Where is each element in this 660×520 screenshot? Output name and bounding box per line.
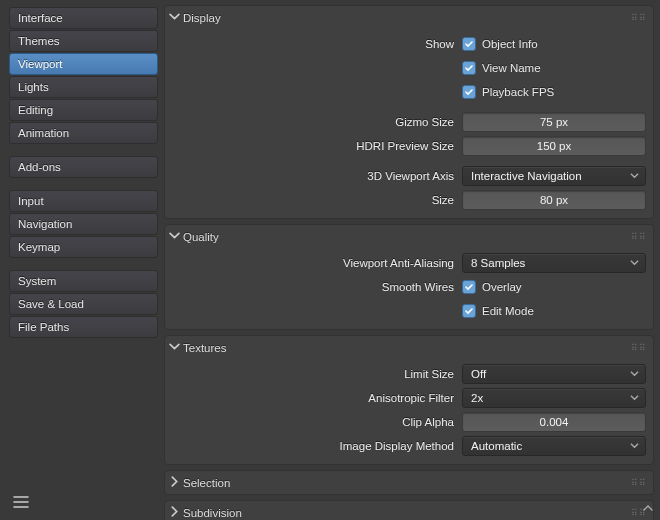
drag-grip-icon[interactable]: ⠿⠿: [631, 480, 647, 486]
size-label: Size: [172, 194, 462, 206]
aa-select[interactable]: 8 Samples: [462, 253, 646, 273]
panel-textures: Textures ⠿⠿ Limit Size Off Anisotropic F…: [164, 335, 654, 465]
nav-editing[interactable]: Editing: [9, 99, 158, 121]
chevron-down-icon: [630, 437, 639, 455]
nav-system[interactable]: System: [9, 270, 158, 292]
panel-header-subdivision[interactable]: Subdivision ⠿⠿: [165, 501, 653, 520]
gizmo-size-label: Gizmo Size: [172, 116, 462, 128]
chevron-right-icon: [169, 506, 180, 519]
drag-grip-icon[interactable]: ⠿⠿: [631, 345, 647, 351]
panel-title: Subdivision: [183, 507, 242, 519]
nav-navigation[interactable]: Navigation: [9, 213, 158, 235]
checkbox-view-name[interactable]: [462, 61, 476, 75]
panel-title: Quality: [183, 231, 219, 243]
nav-group-2: Input Navigation Keymap: [9, 190, 158, 258]
checkbox-label: Overlay: [482, 281, 522, 293]
anisotropic-label: Anisotropic Filter: [172, 392, 462, 404]
nav-lights[interactable]: Lights: [9, 76, 158, 98]
chevron-down-icon: [630, 365, 639, 383]
panel-title: Display: [183, 12, 221, 24]
drag-grip-icon[interactable]: ⠿⠿: [631, 15, 647, 21]
nav-viewport[interactable]: Viewport: [9, 53, 158, 75]
nav-keymap[interactable]: Keymap: [9, 236, 158, 258]
clip-alpha-field[interactable]: 0.004: [462, 412, 646, 432]
panel-quality: Quality ⠿⠿ Viewport Anti-Aliasing 8 Samp…: [164, 224, 654, 330]
chevron-down-icon: [169, 11, 180, 24]
checkbox-edit-mode[interactable]: [462, 304, 476, 318]
limit-size-label: Limit Size: [172, 368, 462, 380]
nav-interface[interactable]: Interface: [9, 7, 158, 29]
chevron-right-icon: [169, 476, 180, 489]
sidebar: Interface Themes Viewport Lights Editing…: [0, 0, 164, 520]
clip-alpha-label: Clip Alpha: [172, 416, 462, 428]
nav-input[interactable]: Input: [9, 190, 158, 212]
hdri-size-label: HDRI Preview Size: [172, 140, 462, 152]
aa-label: Viewport Anti-Aliasing: [172, 257, 462, 269]
limit-size-select[interactable]: Off: [462, 364, 646, 384]
main-content: Display ⠿⠿ Show Object Info View Name: [164, 0, 660, 520]
panel-header-display[interactable]: Display ⠿⠿: [165, 6, 653, 29]
axis-select[interactable]: Interactive Navigation: [462, 166, 646, 186]
nav-themes[interactable]: Themes: [9, 30, 158, 52]
axis-label: 3D Viewport Axis: [172, 170, 462, 182]
panel-subdivision: Subdivision ⠿⠿: [164, 500, 654, 520]
size-field[interactable]: 80 px: [462, 190, 646, 210]
gizmo-size-field[interactable]: 75 px: [462, 112, 646, 132]
image-display-select[interactable]: Automatic: [462, 436, 646, 456]
panel-title: Selection: [183, 477, 230, 489]
drag-grip-icon[interactable]: ⠿⠿: [631, 234, 647, 240]
chevron-down-icon: [169, 230, 180, 243]
nav-group-3: System Save & Load File Paths: [9, 270, 158, 338]
panel-header-selection[interactable]: Selection ⠿⠿: [165, 471, 653, 494]
checkbox-label: Object Info: [482, 38, 538, 50]
panel-selection: Selection ⠿⠿: [164, 470, 654, 495]
nav-animation[interactable]: Animation: [9, 122, 158, 144]
smooth-wires-label: Smooth Wires: [172, 281, 462, 293]
panel-title: Textures: [183, 342, 226, 354]
checkbox-playback-fps[interactable]: [462, 85, 476, 99]
checkbox-label: Playback FPS: [482, 86, 554, 98]
panel-header-quality[interactable]: Quality ⠿⠿: [165, 225, 653, 248]
panel-header-textures[interactable]: Textures ⠿⠿: [165, 336, 653, 359]
nav-group-1: Add-ons: [9, 156, 158, 178]
nav-save-load[interactable]: Save & Load: [9, 293, 158, 315]
hamburger-icon[interactable]: [9, 490, 158, 514]
checkbox-label: Edit Mode: [482, 305, 534, 317]
image-display-label: Image Display Method: [172, 440, 462, 452]
region-resize-icon[interactable]: [642, 502, 654, 516]
checkbox-object-info[interactable]: [462, 37, 476, 51]
checkbox-label: View Name: [482, 62, 541, 74]
hdri-size-field[interactable]: 150 px: [462, 136, 646, 156]
chevron-down-icon: [169, 341, 180, 354]
chevron-down-icon: [630, 167, 639, 185]
show-label: Show: [172, 38, 462, 50]
chevron-down-icon: [630, 254, 639, 272]
chevron-down-icon: [630, 389, 639, 407]
anisotropic-select[interactable]: 2x: [462, 388, 646, 408]
nav-group-0: Interface Themes Viewport Lights Editing…: [9, 7, 158, 144]
panel-display: Display ⠿⠿ Show Object Info View Name: [164, 5, 654, 219]
checkbox-overlay[interactable]: [462, 280, 476, 294]
nav-file-paths[interactable]: File Paths: [9, 316, 158, 338]
nav-addons[interactable]: Add-ons: [9, 156, 158, 178]
